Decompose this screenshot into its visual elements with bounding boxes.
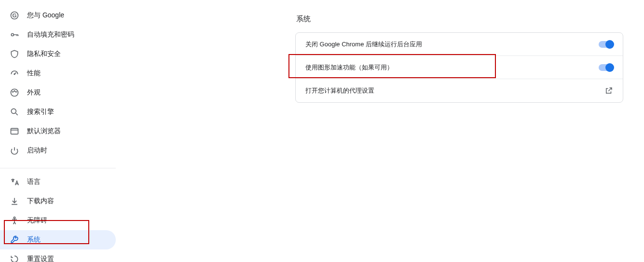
sidebar-label: 语言 [27,178,41,186]
sidebar-label: 重置设置 [27,255,54,262]
key-icon [10,30,19,40]
main-content: 系统 关闭 Google Chrome 后继续运行后台应用 使用图形加速功能（如… [295,14,623,103]
accessibility-icon [10,216,19,225]
sidebar-label: 您与 Google [27,11,64,20]
wrench-icon [10,235,19,245]
settings-row-proxy[interactable]: 打开您计算机的代理设置 [296,79,623,102]
sidebar-item-downloads[interactable]: 下载内容 [0,192,116,211]
sidebar-item-privacy[interactable]: 隐私和安全 [0,44,116,64]
sidebar-label: 默认浏览器 [27,127,61,136]
sidebar-label: 无障碍 [27,216,47,225]
power-icon [10,146,19,155]
shield-icon [10,49,19,59]
speed-icon [10,69,19,78]
toggle-knob [605,63,614,72]
settings-row-hardware-accel[interactable]: 使用图形加速功能（如果可用） [296,56,623,79]
svg-point-8 [11,109,16,113]
settings-card: 关闭 Google Chrome 后继续运行后台应用 使用图形加速功能（如果可用… [295,32,623,103]
sidebar-label: 搜索引擎 [27,108,54,116]
palette-icon [10,88,19,97]
search-icon [10,107,19,117]
svg-point-4 [11,89,18,97]
toggle-knob [605,40,614,49]
svg-point-5 [13,92,14,93]
sidebar-item-reset[interactable]: 重置设置 [0,249,116,262]
sidebar-divider [0,168,116,168]
download-icon [10,196,19,206]
toggle-background-apps[interactable] [599,41,613,48]
svg-point-7 [16,92,17,93]
sidebar-item-startup[interactable]: 启动时 [0,141,116,160]
row-label: 打开您计算机的代理设置 [305,86,374,95]
sidebar-item-google[interactable]: G 您与 Google [0,6,116,25]
reset-icon [10,254,19,262]
translate-icon [10,177,19,187]
external-link-icon [604,86,613,95]
svg-point-2 [11,34,14,36]
sidebar-item-default-browser[interactable]: 默认浏览器 [0,122,116,141]
sidebar-label: 系统 [27,235,41,244]
sidebar-item-performance[interactable]: 性能 [0,64,116,83]
sidebar-item-system[interactable]: 系统 [0,230,116,249]
sidebar-label: 隐私和安全 [27,50,61,58]
svg-point-3 [14,74,15,75]
svg-rect-9 [11,128,18,134]
sidebar-item-accessibility[interactable]: 无障碍 [0,211,116,230]
sidebar-label: 性能 [27,69,41,78]
sidebar-label: 启动时 [27,146,47,155]
sidebar-item-appearance[interactable]: 外观 [0,83,116,102]
google-icon: G [10,11,19,20]
sidebar-item-language[interactable]: 语言 [0,172,116,192]
toggle-hardware-accel[interactable] [599,64,613,71]
svg-text:G: G [12,12,16,18]
sidebar-item-autofill[interactable]: 自动填充和密码 [0,25,116,44]
section-title: 系统 [295,14,623,24]
sidebar-item-search[interactable]: 搜索引擎 [0,102,116,122]
browser-icon [10,126,19,136]
sidebar: G 您与 Google 自动填充和密码 隐私和安全 性能 外观 [0,0,116,262]
row-label: 关闭 Google Chrome 后继续运行后台应用 [305,40,422,49]
sidebar-label: 外观 [27,88,41,97]
row-label: 使用图形加速功能（如果可用） [305,63,393,72]
settings-row-background-apps[interactable]: 关闭 Google Chrome 后继续运行后台应用 [296,33,623,56]
sidebar-label: 下载内容 [27,197,54,206]
svg-point-6 [14,91,15,92]
svg-point-10 [14,217,15,219]
sidebar-label: 自动填充和密码 [27,30,74,39]
